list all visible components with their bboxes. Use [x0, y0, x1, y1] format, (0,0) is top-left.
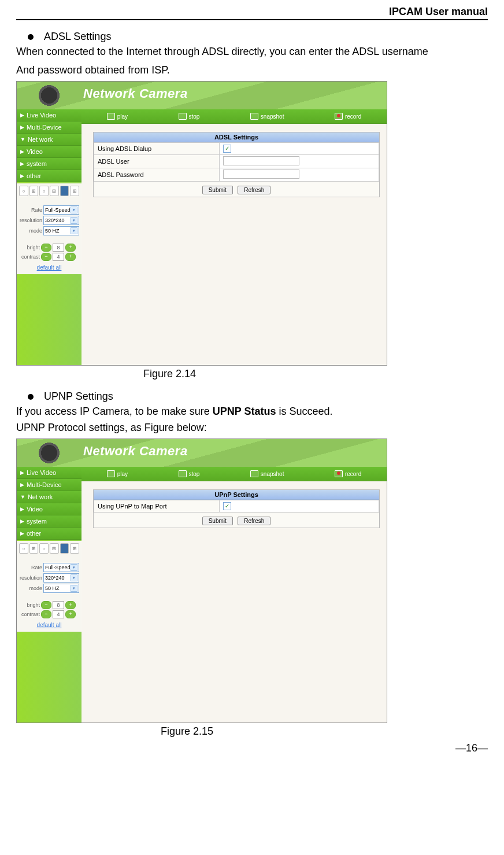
nav-system[interactable]: ▶system	[17, 158, 81, 170]
bullet-adsl-text: ADSL Settings	[44, 31, 111, 43]
nav-network[interactable]: ▼Net work	[17, 491, 81, 503]
app-title: Network Camera	[83, 86, 188, 101]
mode-label: mode	[19, 228, 42, 234]
sidebar: ▶Live Video ▶Multi-Device ▼Net work ▶Vid…	[17, 467, 81, 723]
contrast-plus-button[interactable]: +	[65, 610, 76, 618]
layout-btn-1[interactable]: ○	[19, 186, 28, 196]
stop-label: stop	[189, 113, 200, 120]
layout-btn-1[interactable]: ○	[19, 543, 28, 554]
record-button[interactable]: record	[329, 469, 367, 478]
upnp-settings-panel: UPnP Settings Using UPnP to Map Port ✓ S…	[93, 489, 380, 528]
nav-other[interactable]: ▶other	[17, 528, 81, 540]
toolbar: play stop snapshot record	[81, 467, 387, 481]
nav-multi-device[interactable]: ▶Multi-Device	[17, 121, 81, 134]
rate-select[interactable]: Full-Speed▾	[43, 563, 79, 572]
contrast-plus-button[interactable]: +	[65, 253, 76, 261]
resolution-label: resolution	[19, 218, 42, 223]
nav-system-label: system	[27, 518, 47, 525]
rate-row: Rate Full-Speed▾	[18, 205, 80, 215]
layout-buttons-row: ○ ⊞ ○ ⊞ ⊞	[18, 186, 80, 196]
dropdown-icon: ▾	[71, 227, 77, 234]
bright-value: 8	[53, 601, 64, 609]
layout-btn-2[interactable]: ⊞	[29, 543, 39, 554]
bullet-dot-icon	[28, 394, 34, 400]
layout-btn-3[interactable]: ○	[39, 543, 49, 554]
bullet-adsl: ADSL Settings	[16, 31, 488, 43]
nav-video[interactable]: ▶Video	[17, 146, 81, 158]
bullet-upnp: UPNP Settings	[16, 390, 488, 403]
resolution-select[interactable]: 320*240▾	[43, 216, 79, 225]
nav-live-video[interactable]: ▶Live Video	[17, 109, 81, 121]
layout-btn-5[interactable]	[60, 543, 69, 554]
adsl-dialup-checkbox[interactable]: ✓	[223, 145, 231, 153]
adsl-refresh-button[interactable]: Refresh	[238, 186, 270, 194]
layout-btn-6[interactable]: ⊞	[70, 186, 79, 196]
snapshot-button[interactable]: snapshot	[244, 469, 290, 478]
layout-btn-4[interactable]: ⊞	[50, 543, 59, 554]
contrast-label: contrast	[19, 254, 40, 260]
rate-select[interactable]: Full-Speed▾	[43, 205, 79, 215]
nav-live-label: Live Video	[27, 112, 56, 119]
contrast-minus-button[interactable]: −	[41, 253, 51, 261]
adsl-password-input[interactable]	[223, 169, 299, 179]
adsl-user-label: ADSL User	[94, 155, 220, 168]
upnp-mapport-checkbox[interactable]: ✓	[223, 502, 231, 510]
layout-btn-4[interactable]: ⊞	[50, 186, 59, 196]
stop-button[interactable]: stop	[173, 469, 206, 478]
figure-2-14-caption: Figure 2.14	[143, 368, 488, 380]
layout-btn-5[interactable]	[60, 186, 69, 196]
nav-live-video[interactable]: ▶Live Video	[17, 467, 81, 479]
nav-multi-device[interactable]: ▶Multi-Device	[17, 479, 81, 491]
resolution-select[interactable]: 320*240▾	[43, 573, 79, 583]
default-all-link[interactable]: default all	[18, 264, 80, 271]
page-number: —16—	[16, 742, 488, 754]
sidebar: ▶Live Video ▶Multi-Device ▼Net work ▶Vid…	[17, 109, 81, 365]
dropdown-icon: ▾	[71, 574, 77, 581]
adsl-row-user: ADSL User	[94, 155, 379, 168]
rate-value: Full-Speed	[45, 207, 71, 213]
snapshot-button[interactable]: snapshot	[244, 112, 290, 121]
chevron-down-icon: ▼	[20, 494, 25, 500]
mode-select[interactable]: 50 HZ▾	[43, 226, 79, 235]
record-icon	[335, 113, 343, 120]
stop-button[interactable]: stop	[173, 112, 206, 121]
nav-other[interactable]: ▶other	[17, 170, 81, 182]
bright-value: 8	[53, 244, 64, 252]
figure-2-15-caption: Figure 2.15	[161, 725, 488, 738]
nav-multi-label: Multi-Device	[27, 481, 62, 488]
nav-system[interactable]: ▶system	[17, 515, 81, 528]
upnp-refresh-button[interactable]: Refresh	[238, 517, 270, 525]
play-button[interactable]: play	[101, 469, 134, 478]
bright-plus-button[interactable]: +	[65, 601, 76, 609]
adsl-password-label: ADSL Password	[94, 168, 220, 182]
resolution-value: 320*240	[45, 218, 65, 223]
nav-other-label: other	[27, 530, 41, 537]
bright-minus-button[interactable]: −	[41, 244, 51, 252]
nav-network[interactable]: ▼Net work	[17, 134, 81, 146]
adsl-desc-line-1: When connected to the Internet through A…	[16, 44, 488, 59]
upnp-status-bold: UPNP Status	[213, 406, 276, 417]
rate-label: Rate	[19, 207, 42, 213]
play-button[interactable]: play	[101, 112, 134, 121]
record-button[interactable]: record	[329, 112, 367, 121]
adsl-submit-button[interactable]: Submit	[202, 186, 233, 194]
contrast-minus-button[interactable]: −	[41, 610, 51, 618]
adsl-user-input[interactable]	[223, 156, 299, 165]
play-label: play	[117, 113, 128, 120]
upnp-row-mapport: Using UPnP to Map Port ✓	[94, 500, 379, 513]
layout-btn-6[interactable]: ⊞	[70, 543, 79, 554]
record-label: record	[345, 471, 361, 477]
mode-select[interactable]: 50 HZ▾	[43, 584, 79, 593]
layout-btn-2[interactable]: ⊞	[29, 186, 39, 196]
dropdown-icon: ▾	[71, 585, 77, 592]
bright-plus-button[interactable]: +	[65, 244, 76, 252]
nav-video[interactable]: ▶Video	[17, 503, 81, 515]
upnp-submit-button[interactable]: Submit	[202, 517, 233, 525]
stop-icon	[179, 113, 187, 120]
default-all-link[interactable]: default all	[18, 622, 80, 628]
layout-btn-3[interactable]: ○	[39, 186, 49, 196]
toolbar: play stop snapshot record	[81, 109, 387, 124]
chevron-right-icon: ▶	[20, 173, 24, 179]
bright-minus-button[interactable]: −	[41, 601, 51, 609]
figure-2-15: Network Camera ▶Live Video ▶Multi-Device…	[16, 438, 387, 723]
